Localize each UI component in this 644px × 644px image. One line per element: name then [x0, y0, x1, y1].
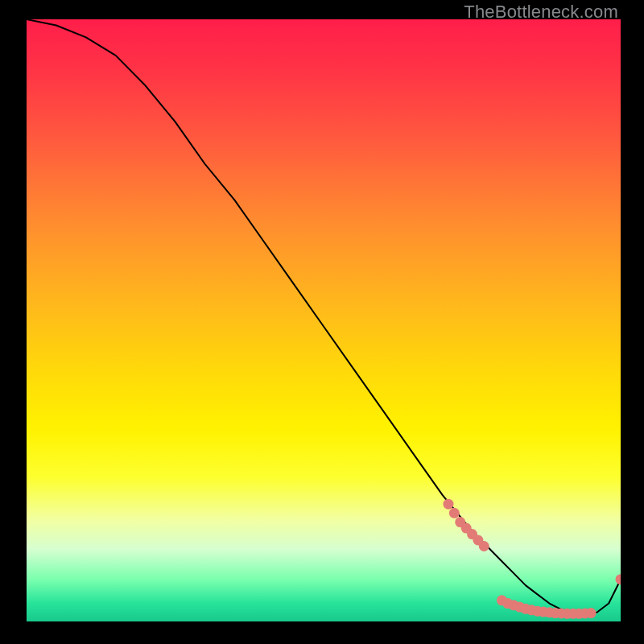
highlight-points: [443, 499, 621, 619]
highlight-point: [586, 608, 597, 618]
curve-path: [27, 19, 621, 613]
highlight-point: [443, 499, 453, 510]
curve-layer: [27, 19, 621, 621]
highlight-point: [449, 508, 460, 518]
highlight-point: [616, 574, 621, 584]
bottleneck-curve: [27, 19, 621, 613]
plot-area: [27, 19, 621, 621]
chart-stage: TheBottleneck.com: [0, 0, 644, 644]
highlight-point: [479, 541, 489, 551]
